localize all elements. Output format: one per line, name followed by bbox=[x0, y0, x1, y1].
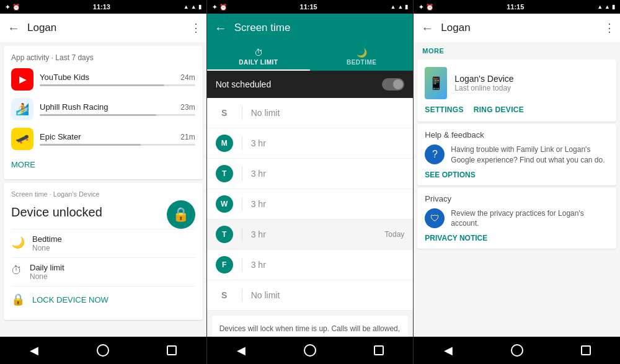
lock-now-button[interactable]: LOCK DEVICE NOW bbox=[32, 295, 108, 304]
page-title-2: Screen time bbox=[234, 22, 409, 34]
help-description: Having trouble with Family Link or Logan… bbox=[451, 144, 609, 166]
help-row: ? Having trouble with Family Link or Log… bbox=[425, 144, 609, 166]
nav-recent-2[interactable] bbox=[369, 340, 389, 360]
device-info: Logan's Device Last online today bbox=[454, 74, 513, 92]
day-circle-s2: S bbox=[216, 286, 233, 304]
nav-home-circle-3 bbox=[511, 344, 523, 357]
daily-limit-tab-icon: ⏱ bbox=[254, 48, 263, 58]
tab-bedtime[interactable]: 🌙 BEDTIME bbox=[310, 42, 413, 71]
app-activity-label: App activity · Last 7 days bbox=[11, 53, 195, 62]
day-divider-s2 bbox=[242, 288, 242, 302]
day-circle-t2: T bbox=[216, 226, 233, 243]
page-title-1: Logan bbox=[27, 22, 185, 34]
battery-icon: ▮ bbox=[198, 4, 202, 10]
daily-limit-row: ⏱ Daily limit None bbox=[11, 257, 195, 286]
more-menu-3[interactable]: ⋮ bbox=[604, 21, 615, 35]
nav-square-3 bbox=[581, 345, 591, 355]
device-row: 📱 Logan's Device Last online today bbox=[425, 67, 609, 99]
nav-recent-3[interactable] bbox=[576, 340, 596, 360]
status-bar-1: ✦ ⏰ 11:13 ▲ ▲ ▮ bbox=[0, 0, 206, 14]
nav-back-1[interactable]: ◀ bbox=[24, 340, 44, 360]
wifi-icon-3: ▲ bbox=[597, 4, 603, 10]
schedule-row-friday: F 3 hr bbox=[207, 250, 414, 280]
progress-bg-skater bbox=[40, 144, 195, 146]
not-scheduled-bar: Not scheduled bbox=[207, 71, 414, 98]
privacy-row: 🛡 Review the privacy practices for Logan… bbox=[425, 208, 609, 229]
device-unlocked-title: Device unlocked bbox=[11, 205, 102, 220]
more-section-header: MORE bbox=[414, 42, 620, 57]
tab-daily-limit[interactable]: ⏱ DAILY LIMIT bbox=[207, 42, 310, 71]
app-info-youtube: YouTube Kids 24m bbox=[40, 73, 195, 86]
day-circle-s1: S bbox=[216, 104, 233, 122]
nav-home-1[interactable] bbox=[93, 340, 113, 360]
see-options-button[interactable]: SEE OPTIONS bbox=[425, 171, 609, 179]
progress-fill-uphill bbox=[40, 114, 156, 116]
alarm-icon-3: ⏰ bbox=[426, 4, 433, 11]
top-bar-3: ← Logan ⋮ bbox=[414, 14, 620, 42]
privacy-description: Review the privacy practices for Logan's… bbox=[451, 208, 609, 229]
page-title-3: Logan bbox=[441, 22, 599, 34]
wifi-icon: ▲ bbox=[184, 4, 189, 10]
back-button-2[interactable]: ← bbox=[212, 21, 229, 35]
tabs-row: ⏱ DAILY LIMIT 🌙 BEDTIME bbox=[207, 42, 414, 71]
panel-left: ✦ ⏰ 11:13 ▲ ▲ ▮ ← Logan ⋮ App activity ·… bbox=[0, 0, 206, 364]
more-menu-1[interactable]: ⋮ bbox=[190, 21, 202, 35]
day-divider-f bbox=[242, 258, 242, 272]
panel2-content: S No limit M 3 hr T 3 hr W 3 hr bbox=[207, 98, 414, 337]
nav-recent-1[interactable] bbox=[162, 340, 182, 360]
device-name: Logan's Device bbox=[454, 74, 513, 84]
nav-home-2[interactable] bbox=[300, 340, 320, 360]
app-item-uphill: 🏄 Uphill Rush Racing 23m bbox=[11, 98, 195, 120]
lock-circle-icon: 🔒 bbox=[167, 200, 195, 229]
limit-s2: No limit bbox=[251, 290, 405, 300]
nav-back-2[interactable]: ◀ bbox=[231, 340, 251, 360]
app-name-skater: Epic Skater bbox=[40, 132, 81, 141]
back-button-3[interactable]: ← bbox=[418, 21, 436, 35]
panel1-content: App activity · Last 7 days ▶ YouTube Kid… bbox=[0, 42, 206, 337]
info-text: Devices will lock when time is up. Calls… bbox=[219, 323, 401, 337]
daily-limit-info: Daily limit None bbox=[30, 263, 64, 281]
not-scheduled-toggle[interactable] bbox=[382, 78, 404, 91]
info-box: Devices will lock when time is up. Calls… bbox=[212, 316, 409, 337]
day-divider-w bbox=[242, 197, 242, 211]
daily-limit-label: Daily limit bbox=[30, 263, 64, 272]
progress-fill-youtube bbox=[40, 84, 164, 86]
device-phone-icon: 📱 bbox=[425, 67, 447, 99]
app-activity-card: App activity · Last 7 days ▶ YouTube Kid… bbox=[4, 46, 203, 179]
signal-icon: ▲ bbox=[191, 4, 197, 10]
day-divider-t2 bbox=[242, 228, 242, 241]
ring-device-button[interactable]: RING DEVICE bbox=[474, 105, 524, 114]
progress-bg-uphill bbox=[40, 114, 195, 116]
screen-time-section-label: Screen time · Logan's Device bbox=[11, 190, 195, 198]
bedtime-label: Bedtime bbox=[32, 234, 62, 244]
not-scheduled-text: Not scheduled bbox=[216, 79, 383, 89]
back-button-1[interactable]: ← bbox=[5, 21, 22, 35]
schedule-list: S No limit M 3 hr T 3 hr W 3 hr bbox=[207, 98, 414, 311]
nav-home-3[interactable] bbox=[507, 340, 527, 360]
progress-fill-skater bbox=[40, 144, 141, 146]
status-left-icons: ✦ ⏰ bbox=[5, 4, 20, 11]
bottom-nav-1: ◀ bbox=[0, 337, 206, 364]
lock-now-icon: 🔒 bbox=[11, 293, 25, 306]
status-left-2: ✦ ⏰ bbox=[212, 4, 227, 11]
day-divider-s1 bbox=[242, 106, 242, 120]
nav-square-1 bbox=[167, 345, 177, 355]
privacy-notice-button[interactable]: PRIVACY NOTICE bbox=[425, 234, 609, 242]
schedule-row-thursday: T 3 hr Today bbox=[207, 220, 414, 250]
signal-icon-2: ▲ bbox=[397, 4, 403, 10]
youtube-icon: ▶ bbox=[11, 68, 33, 91]
lock-now-row[interactable]: 🔒 LOCK DEVICE NOW bbox=[11, 286, 195, 313]
day-circle-m: M bbox=[216, 135, 233, 152]
panel-right: ✦ ⏰ 11:15 ▲ ▲ ▮ ← Logan ⋮ MORE 📱 Logan's… bbox=[413, 0, 620, 364]
limit-t2: 3 hr bbox=[251, 229, 385, 239]
battery-icon-2: ▮ bbox=[405, 4, 408, 10]
privacy-card: Privacy 🛡 Review the privacy practices f… bbox=[417, 188, 616, 249]
settings-button[interactable]: SETTINGS bbox=[425, 105, 463, 114]
nav-back-3[interactable]: ◀ bbox=[438, 340, 458, 360]
signal-icon-3: ▲ bbox=[604, 4, 610, 10]
privacy-shield-icon: 🛡 bbox=[425, 208, 445, 228]
status-right-3: ▲ ▲ ▮ bbox=[597, 4, 615, 10]
device-actions: SETTINGS RING DEVICE bbox=[425, 105, 609, 114]
nav-home-circle-2 bbox=[304, 344, 316, 357]
more-apps-button[interactable]: MORE bbox=[11, 158, 195, 172]
